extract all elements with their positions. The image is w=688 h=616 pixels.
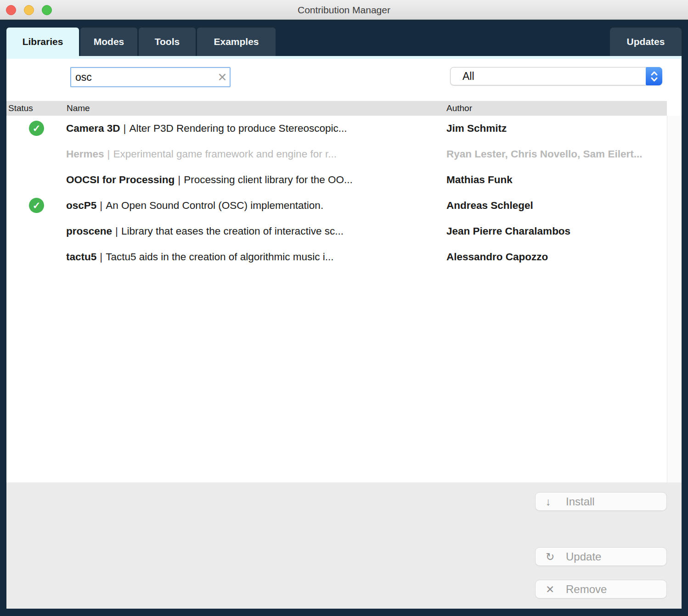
window-title: Contribution Manager — [0, 0, 688, 20]
library-name: OOCSI for Processing — [66, 174, 175, 185]
library-author: Alessandro Capozzo — [446, 244, 662, 270]
scrollbar-track[interactable] — [667, 116, 682, 482]
install-button-label: Install — [566, 495, 595, 508]
library-description: Experimental game framework and engine f… — [113, 148, 337, 160]
library-description: Library that eases the creation of inter… — [121, 225, 344, 237]
library-author: Ryan Lester, Chris Novello, Sam Eilert..… — [446, 141, 662, 167]
titlebar: Contribution Manager — [0, 0, 688, 20]
category-filter-dropdown[interactable]: All — [450, 67, 662, 85]
tab-updates[interactable]: Updates — [610, 28, 682, 56]
separator: | — [100, 200, 102, 211]
separator: | — [115, 225, 118, 237]
install-button[interactable]: ↓Install — [535, 492, 667, 511]
remove-x-icon: ✕ — [546, 581, 566, 599]
library-name: Hermes — [66, 148, 104, 160]
library-author: Jim Schmitz — [446, 116, 662, 141]
update-button-label: Update — [566, 550, 601, 563]
dropdown-stepper — [646, 67, 662, 85]
library-name: Camera 3D — [66, 123, 120, 134]
tab-examples[interactable]: Examples — [197, 28, 276, 56]
chevron-up-down-icon — [650, 70, 659, 83]
library-name-cell: oscP5|An Open Sound Control (OSC) implem… — [66, 193, 429, 218]
column-header-status[interactable]: Status — [8, 101, 33, 116]
remove-button[interactable]: ✕Remove — [535, 580, 667, 599]
separator: | — [124, 123, 126, 134]
library-name: oscP5 — [66, 200, 96, 211]
update-button[interactable]: ↻Update — [535, 547, 667, 566]
remove-button-label: Remove — [566, 583, 607, 595]
table-row[interactable]: ✓ oscP5|An Open Sound Control (OSC) impl… — [6, 193, 667, 218]
separator: | — [107, 148, 110, 160]
library-description: Alter P3D Rendering to produce Stereosco… — [129, 123, 347, 134]
library-name-cell: Camera 3D|Alter P3D Rendering to produce… — [66, 116, 429, 141]
library-name-cell: proscene|Library that eases the creation… — [66, 218, 429, 244]
table-row[interactable]: OOCSI for Processing|Processing client l… — [6, 167, 667, 193]
refresh-icon: ↻ — [546, 548, 566, 566]
column-header-author[interactable]: Author — [446, 101, 472, 116]
installed-check-icon: ✓ — [29, 198, 44, 213]
tab-libraries[interactable]: Libraries — [6, 28, 79, 56]
libraries-panel: ✕ All Status Name Author ✓ Camera 3D|Alt… — [6, 59, 682, 482]
table-header: Status Name Author — [6, 101, 667, 116]
library-name-cell: tactu5|Tactu5 aids in the creation of al… — [66, 244, 429, 270]
library-description: Processing client library for the OO... — [184, 174, 353, 185]
library-author: Andreas Schlegel — [446, 193, 662, 218]
search-input[interactable] — [70, 67, 231, 87]
table-row[interactable]: ✓ Camera 3D|Alter P3D Rendering to produ… — [6, 116, 667, 141]
library-author: Jean Pierre Charalambos — [446, 218, 662, 244]
tab-bar: Libraries Modes Tools Examples — [6, 28, 276, 56]
clear-search-icon[interactable]: ✕ — [212, 67, 232, 87]
contribution-manager-window: Contribution Manager Libraries Modes Too… — [0, 0, 688, 616]
table-row[interactable]: proscene|Library that eases the creation… — [6, 218, 667, 244]
separator: | — [100, 251, 102, 263]
library-name: tactu5 — [66, 251, 96, 263]
library-description: Tactu5 aids in the creation of algorithm… — [106, 251, 333, 263]
library-name: proscene — [66, 225, 112, 237]
download-arrow-icon: ↓ — [546, 493, 566, 511]
tab-modes[interactable]: Modes — [80, 28, 137, 56]
tab-tools[interactable]: Tools — [139, 28, 196, 56]
library-description: An Open Sound Control (OSC) implementati… — [106, 200, 323, 211]
column-header-name[interactable]: Name — [67, 101, 90, 116]
dropdown-selected-value: All — [462, 67, 474, 85]
library-name-cell: Hermes|Experimental game framework and e… — [66, 141, 429, 167]
separator: | — [178, 174, 180, 185]
table-row[interactable]: Hermes|Experimental game framework and e… — [6, 141, 667, 167]
table-row[interactable]: tactu5|Tactu5 aids in the creation of al… — [6, 244, 667, 270]
library-author: Mathias Funk — [446, 167, 662, 193]
library-name-cell: OOCSI for Processing|Processing client l… — [66, 167, 429, 193]
actions-panel: ↓Install ↻Update ✕Remove — [6, 482, 682, 609]
installed-check-icon: ✓ — [29, 121, 44, 136]
